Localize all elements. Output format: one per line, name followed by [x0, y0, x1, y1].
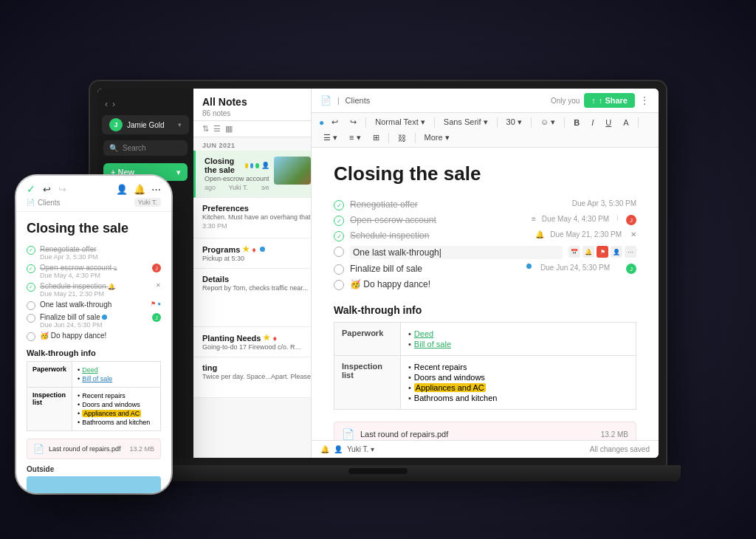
task-check-dance[interactable]	[334, 280, 344, 290]
size-dropdown[interactable]: 30 ▾	[502, 116, 526, 128]
phone-task-dance: 🥳 Do happy dance!	[27, 330, 161, 343]
info-table: Paperwork Deed Bill of sale	[334, 322, 636, 410]
phone-bell-icon[interactable]: 🔔	[134, 184, 145, 195]
note-title-programs: Programs ★ ♦	[202, 244, 302, 254]
note-title-closing: Closing the sale 👤	[205, 157, 269, 174]
numbered-btn[interactable]: ≡ ▾	[345, 131, 365, 144]
task-check-inspection[interactable]	[334, 231, 344, 241]
calendar-icon-btn[interactable]: 📅	[568, 246, 580, 258]
phone-person-icon[interactable]: 👤	[116, 184, 128, 195]
search-placeholder: Search	[123, 144, 146, 152]
editor-toolbar: ● ↩ ↪ Normal Text ▾ Sans Serif ▾ 30 ▾ ☺ …	[312, 113, 659, 148]
flag-icon-btn[interactable]: ⚑	[597, 246, 608, 258]
phone-check-inspection[interactable]	[27, 283, 35, 292]
undo-btn[interactable]: ↩	[327, 116, 343, 128]
forward-arrow[interactable]: ›	[112, 99, 115, 109]
task-check-escrow[interactable]	[334, 216, 344, 226]
laptop-screen-inner: ‹ › J Jamie Gold ▾ 🔍 Search	[97, 89, 659, 458]
task-check-walkthrough[interactable]	[334, 247, 344, 257]
note-card-programs[interactable]: Programs ★ ♦ Pickup at 5:30	[193, 238, 311, 269]
note-card-preferences[interactable]: Preferences Kitchen. Must have an overha…	[193, 198, 311, 238]
bell-icon-btn[interactable]: 🔔	[583, 246, 594, 258]
person-icon-btn[interactable]: 👤	[611, 246, 622, 258]
share-button[interactable]: ↑ ↑ Share	[584, 93, 635, 108]
phone-toolbar: ✓ ↩ ↪ 👤 🔔 ⋯	[27, 183, 161, 195]
phone-bill-link[interactable]: Bill of sale	[82, 375, 112, 382]
highlight-btn[interactable]: A	[619, 117, 633, 128]
bold-btn[interactable]: B	[569, 117, 584, 128]
underline-btn[interactable]: U	[601, 117, 616, 128]
phone-undo-icon[interactable]: ↩	[43, 184, 51, 195]
back-arrow[interactable]: ‹	[105, 99, 108, 109]
italic-btn[interactable]: I	[587, 117, 598, 128]
phone-check-finalize[interactable]	[27, 314, 35, 323]
scene: ‹ › J Jamie Gold ▾ 🔍 Search	[38, 30, 718, 509]
task-due-finalize: Due Jun 24, 5:30 PM	[540, 264, 610, 272]
note-title-planting: Planting Needs ★ ♦	[202, 333, 302, 343]
note-card-planting[interactable]: Planting Needs ★ ♦ Going-to-do 17 Firewo…	[193, 327, 311, 357]
emoji-btn[interactable]: ☺ ▾	[536, 116, 560, 128]
editor-statusbar: 🔔 👤 Yuki T. ▾ All changes saved	[312, 440, 659, 458]
search-bar[interactable]: 🔍 Search	[103, 140, 188, 156]
phone-attachment[interactable]: 📄 Last round of repairs.pdf 13.2 MB	[27, 439, 161, 459]
user-avatar: J	[109, 118, 123, 131]
sort-icon[interactable]: ☰	[213, 124, 221, 134]
phone-check-walkthrough[interactable]	[27, 301, 35, 310]
task-list: Renegotiate offer Due Apr 3, 5:30 PM Ope…	[334, 197, 636, 292]
note-card-closing[interactable]: Closing the sale 👤 Open-escrow account a	[193, 151, 311, 198]
phone-avatar-finalize: J	[152, 313, 161, 322]
note-card-ting[interactable]: ting Twice per day. Space...Apart. Pleas…	[193, 357, 311, 398]
phone-check-dance[interactable]	[27, 332, 35, 341]
phone-task-inspection: Schedule inspection 🔔 Due May 21, 2:30 P…	[27, 281, 161, 299]
only-you-label: Only you	[551, 97, 580, 105]
style-dropdown[interactable]: Normal Text ▾	[371, 116, 430, 128]
phone-walk-heading: Walk-through info	[27, 349, 161, 357]
note-subtitle-planting: Going-to-do 17 Firewood c/o. Replace eco…	[202, 343, 302, 351]
phone-redo-icon[interactable]: ↪	[58, 184, 66, 195]
phone-breadcrumb: Clients	[38, 199, 61, 207]
bill-of-sale-link[interactable]: Bill of sale	[414, 340, 451, 349]
filter-icon[interactable]: ⇅	[202, 124, 209, 134]
phone-task-finalize: Finalize bill of sale Due Jun 24, 5:30 P…	[27, 312, 161, 330]
list-btn[interactable]: ☰ ▾	[319, 131, 342, 144]
task-item-finalize: Finalize bill of sale Due Jun 24, 5:30 P…	[334, 261, 636, 277]
phone-more-icon[interactable]: ⋯	[151, 184, 161, 195]
phone-task-list: Renegotiate offer Due Apr 3, 5:30 PM Ope…	[27, 244, 161, 343]
note-title-preferences: Preferences	[202, 204, 312, 213]
note-card-details[interactable]: Details Report by Tom, checks traffic ne…	[193, 269, 311, 327]
task-check-done[interactable]	[334, 200, 344, 210]
tag-green	[255, 163, 258, 168]
table-label-inspection: Inspection list	[334, 356, 401, 410]
item-recent-repairs: Recent repairs	[414, 363, 467, 371]
phone-pdf-icon: 📄	[33, 444, 44, 454]
escrow-icon: ≡	[532, 215, 536, 223]
more-options-icon[interactable]: ⋮	[639, 95, 650, 106]
bell-icon-status: 🔔	[320, 445, 329, 453]
phone-att-name: Last round of repairs.pdf	[49, 445, 125, 453]
more-icon-btn[interactable]: ⋯	[625, 246, 636, 258]
task-text-walkthrough[interactable]: One last walk-through|	[350, 246, 563, 259]
grid-icon[interactable]: ▦	[225, 124, 233, 134]
phone-check-escrow[interactable]	[27, 264, 35, 273]
indent-btn[interactable]: ⊞	[368, 131, 384, 144]
deed-link[interactable]: Deed	[414, 329, 433, 338]
redo-btn[interactable]: ↪	[346, 116, 361, 128]
note-badge-count: 3/6	[261, 185, 269, 191]
editor-topbar: 📄 | Clients Only you ↑ ↑ Share ⋮	[312, 89, 659, 113]
phone-check-renegotiate[interactable]	[27, 246, 35, 255]
status-user: Yuki T. ▾	[347, 445, 374, 453]
attachment-row[interactable]: 📄 Last round of repairs.pdf 13.2 MB	[334, 422, 636, 440]
doc-title: Closing the sale	[334, 162, 636, 185]
task-text-dance: 🥳 Do happy dance!	[350, 279, 636, 289]
x-icon: ✕	[630, 230, 636, 238]
notes-count: 86 notes	[202, 109, 302, 117]
more-btn[interactable]: More ▾	[420, 131, 454, 144]
font-dropdown[interactable]: Sans Serif ▾	[439, 116, 492, 128]
sep4	[531, 117, 532, 128]
star-icon: ★	[242, 244, 250, 254]
task-check-finalize[interactable]	[334, 264, 344, 275]
link-btn[interactable]: ⛓	[394, 132, 410, 144]
user-menu[interactable]: J Jamie Gold ▾	[102, 115, 189, 134]
notes-list-title: All Notes	[202, 96, 302, 108]
phone-deed-link[interactable]: Deed	[82, 366, 98, 374]
